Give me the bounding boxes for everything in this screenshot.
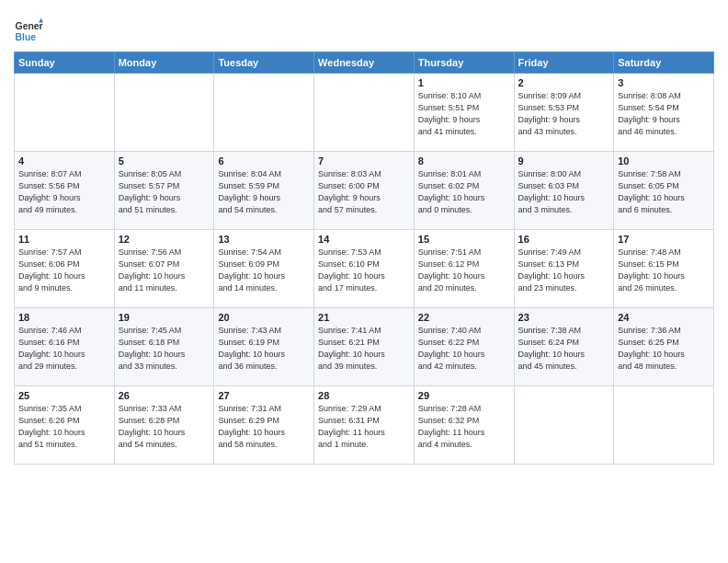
calendar-week-row: 18Sunrise: 7:46 AM Sunset: 6:16 PM Dayli… <box>15 308 714 386</box>
calendar-cell: 9Sunrise: 8:00 AM Sunset: 6:03 PM Daylig… <box>514 152 614 230</box>
day-info: Sunrise: 7:40 AM Sunset: 6:22 PM Dayligh… <box>418 325 510 373</box>
day-number: 9 <box>518 155 610 167</box>
calendar-cell: 7Sunrise: 8:03 AM Sunset: 6:00 PM Daylig… <box>314 152 415 230</box>
col-header-monday: Monday <box>114 52 214 74</box>
calendar-cell: 28Sunrise: 7:29 AM Sunset: 6:31 PM Dayli… <box>314 386 415 465</box>
day-info: Sunrise: 7:54 AM Sunset: 6:09 PM Dayligh… <box>218 247 310 294</box>
day-number: 17 <box>618 234 710 245</box>
calendar-cell: 22Sunrise: 7:40 AM Sunset: 6:22 PM Dayli… <box>414 308 514 386</box>
page-header: General Blue <box>14 9 714 46</box>
col-header-tuesday: Tuesday <box>214 52 314 74</box>
day-info: Sunrise: 7:41 AM Sunset: 6:21 PM Dayligh… <box>318 325 410 373</box>
day-info: Sunrise: 7:45 AM Sunset: 6:18 PM Dayligh… <box>119 325 210 373</box>
day-number: 22 <box>418 312 510 323</box>
day-number: 24 <box>618 312 710 323</box>
day-info: Sunrise: 7:51 AM Sunset: 6:12 PM Dayligh… <box>418 247 510 294</box>
calendar-cell: 21Sunrise: 7:41 AM Sunset: 6:21 PM Dayli… <box>314 308 415 386</box>
day-number: 11 <box>18 234 110 245</box>
day-info: Sunrise: 7:53 AM Sunset: 6:10 PM Dayligh… <box>318 247 410 294</box>
calendar-cell: 18Sunrise: 7:46 AM Sunset: 6:16 PM Dayli… <box>15 308 115 386</box>
svg-text:Blue: Blue <box>16 32 37 42</box>
logo-icon: General Blue <box>14 17 43 46</box>
calendar-cell: 27Sunrise: 7:31 AM Sunset: 6:29 PM Dayli… <box>214 386 314 465</box>
day-info: Sunrise: 7:56 AM Sunset: 6:07 PM Dayligh… <box>119 247 210 294</box>
day-info: Sunrise: 7:46 AM Sunset: 6:16 PM Dayligh… <box>18 325 110 373</box>
col-header-sunday: Sunday <box>15 52 115 74</box>
day-info: Sunrise: 8:03 AM Sunset: 6:00 PM Dayligh… <box>318 168 410 216</box>
calendar-cell: 29Sunrise: 7:28 AM Sunset: 6:32 PM Dayli… <box>414 386 514 465</box>
day-number: 14 <box>318 234 410 245</box>
day-info: Sunrise: 7:43 AM Sunset: 6:19 PM Dayligh… <box>218 325 310 373</box>
calendar-cell <box>614 386 714 465</box>
calendar-week-row: 1Sunrise: 8:10 AM Sunset: 5:51 PM Daylig… <box>15 74 714 152</box>
calendar-week-row: 4Sunrise: 8:07 AM Sunset: 5:56 PM Daylig… <box>15 152 714 230</box>
day-info: Sunrise: 7:36 AM Sunset: 6:25 PM Dayligh… <box>618 325 710 373</box>
day-number: 20 <box>218 312 310 323</box>
day-info: Sunrise: 8:09 AM Sunset: 5:53 PM Dayligh… <box>518 90 610 138</box>
calendar-table: SundayMondayTuesdayWednesdayThursdayFrid… <box>14 52 714 465</box>
svg-marker-2 <box>39 18 43 23</box>
day-number: 3 <box>618 77 710 88</box>
day-info: Sunrise: 7:33 AM Sunset: 6:28 PM Dayligh… <box>119 403 210 451</box>
calendar-cell: 3Sunrise: 8:08 AM Sunset: 5:54 PM Daylig… <box>614 74 714 152</box>
calendar-cell: 23Sunrise: 7:38 AM Sunset: 6:24 PM Dayli… <box>514 308 614 386</box>
day-number: 25 <box>18 390 110 401</box>
day-info: Sunrise: 8:10 AM Sunset: 5:51 PM Dayligh… <box>418 90 510 138</box>
calendar-cell: 10Sunrise: 7:58 AM Sunset: 6:05 PM Dayli… <box>614 152 714 230</box>
calendar-cell: 20Sunrise: 7:43 AM Sunset: 6:19 PM Dayli… <box>214 308 314 386</box>
calendar-cell: 2Sunrise: 8:09 AM Sunset: 5:53 PM Daylig… <box>514 74 614 152</box>
col-header-saturday: Saturday <box>614 52 714 74</box>
calendar-cell: 14Sunrise: 7:53 AM Sunset: 6:10 PM Dayli… <box>314 230 415 308</box>
calendar-week-row: 11Sunrise: 7:57 AM Sunset: 6:06 PM Dayli… <box>15 230 714 308</box>
day-info: Sunrise: 7:31 AM Sunset: 6:29 PM Dayligh… <box>218 403 310 451</box>
day-number: 23 <box>518 312 610 323</box>
day-info: Sunrise: 8:04 AM Sunset: 5:59 PM Dayligh… <box>218 168 310 216</box>
day-number: 28 <box>318 390 410 401</box>
calendar-week-row: 25Sunrise: 7:35 AM Sunset: 6:26 PM Dayli… <box>15 386 714 465</box>
col-header-wednesday: Wednesday <box>314 52 415 74</box>
day-info: Sunrise: 7:38 AM Sunset: 6:24 PM Dayligh… <box>518 325 610 373</box>
calendar-cell: 26Sunrise: 7:33 AM Sunset: 6:28 PM Dayli… <box>114 386 214 465</box>
day-info: Sunrise: 7:29 AM Sunset: 6:31 PM Dayligh… <box>318 403 410 451</box>
calendar-cell: 1Sunrise: 8:10 AM Sunset: 5:51 PM Daylig… <box>414 74 514 152</box>
day-info: Sunrise: 7:28 AM Sunset: 6:32 PM Dayligh… <box>418 403 510 451</box>
svg-text:General: General <box>16 21 43 31</box>
day-number: 13 <box>218 234 310 245</box>
day-number: 16 <box>518 234 610 245</box>
day-info: Sunrise: 7:58 AM Sunset: 6:05 PM Dayligh… <box>618 168 710 216</box>
day-number: 2 <box>518 77 610 88</box>
day-info: Sunrise: 7:48 AM Sunset: 6:15 PM Dayligh… <box>618 247 710 294</box>
day-number: 12 <box>119 234 210 245</box>
day-number: 8 <box>418 155 510 167</box>
calendar-cell <box>114 74 214 152</box>
day-number: 27 <box>218 390 310 401</box>
calendar-cell <box>15 74 115 152</box>
calendar-cell: 15Sunrise: 7:51 AM Sunset: 6:12 PM Dayli… <box>414 230 514 308</box>
col-header-friday: Friday <box>514 52 614 74</box>
calendar-cell: 6Sunrise: 8:04 AM Sunset: 5:59 PM Daylig… <box>214 152 314 230</box>
day-number: 29 <box>418 390 510 401</box>
day-number: 6 <box>218 155 310 167</box>
day-number: 21 <box>318 312 410 323</box>
calendar-cell: 8Sunrise: 8:01 AM Sunset: 6:02 PM Daylig… <box>414 152 514 230</box>
day-number: 7 <box>318 155 410 167</box>
calendar-header-row: SundayMondayTuesdayWednesdayThursdayFrid… <box>15 52 714 74</box>
day-number: 4 <box>18 155 110 167</box>
calendar-cell <box>314 74 415 152</box>
day-number: 26 <box>119 390 210 401</box>
day-info: Sunrise: 8:00 AM Sunset: 6:03 PM Dayligh… <box>518 168 610 216</box>
calendar-cell: 4Sunrise: 8:07 AM Sunset: 5:56 PM Daylig… <box>15 152 115 230</box>
calendar-cell: 12Sunrise: 7:56 AM Sunset: 6:07 PM Dayli… <box>114 230 214 308</box>
calendar-cell <box>214 74 314 152</box>
calendar-cell: 24Sunrise: 7:36 AM Sunset: 6:25 PM Dayli… <box>614 308 714 386</box>
col-header-thursday: Thursday <box>414 52 514 74</box>
day-number: 5 <box>119 155 210 167</box>
calendar-cell: 16Sunrise: 7:49 AM Sunset: 6:13 PM Dayli… <box>514 230 614 308</box>
day-number: 15 <box>418 234 510 245</box>
day-info: Sunrise: 7:57 AM Sunset: 6:06 PM Dayligh… <box>18 247 110 294</box>
calendar-cell <box>514 386 614 465</box>
day-number: 18 <box>18 312 110 323</box>
day-info: Sunrise: 8:01 AM Sunset: 6:02 PM Dayligh… <box>418 168 510 216</box>
day-number: 1 <box>418 77 510 88</box>
calendar-cell: 5Sunrise: 8:05 AM Sunset: 5:57 PM Daylig… <box>114 152 214 230</box>
